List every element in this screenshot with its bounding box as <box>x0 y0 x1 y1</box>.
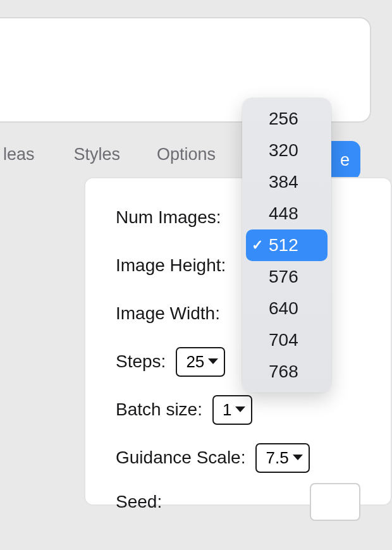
dropdown-item-320[interactable]: 320 <box>246 135 328 166</box>
tab-styles[interactable]: Styles <box>68 136 127 173</box>
tabs-row: leas Styles Options e <box>0 135 392 174</box>
chevron-down-icon <box>292 454 303 461</box>
dropdown-item-256[interactable]: 256 <box>246 103 328 135</box>
guidance-scale-label: Guidance Scale: <box>116 448 245 468</box>
dropdown-item-640[interactable]: 640 <box>246 293 328 324</box>
chevron-down-icon <box>235 406 246 413</box>
dropdown-item-768[interactable]: 768 <box>246 356 328 388</box>
dropdown-item-label: 448 <box>269 204 298 223</box>
dropdown-item-label: 384 <box>269 172 298 192</box>
dropdown-item-448[interactable]: 448 <box>246 198 328 229</box>
check-icon: ✓ <box>252 237 263 254</box>
image-height-dropdown: 256320384448✓512576640704768 <box>242 98 331 393</box>
guidance-scale-row: Guidance Scale: 7.5 <box>116 443 360 473</box>
dropdown-item-label: 704 <box>269 330 298 350</box>
batch-size-row: Batch size: 1 <box>116 394 360 425</box>
seed-row: Seed: <box>116 487 360 517</box>
dropdown-item-label: 576 <box>269 267 298 286</box>
dropdown-item-label: 768 <box>269 362 298 381</box>
dropdown-item-label: 256 <box>269 109 298 128</box>
image-height-label: Image Height: <box>116 255 226 276</box>
options-panel: Num Images: Image Height: Image Width: S… <box>84 177 392 506</box>
guidance-scale-value: 7.5 <box>266 448 288 468</box>
image-width-label: Image Width: <box>116 303 220 324</box>
seed-input[interactable] <box>310 483 360 521</box>
tab-ideas[interactable]: leas <box>0 136 41 173</box>
batch-size-value: 1 <box>223 400 231 420</box>
dropdown-item-label: 320 <box>269 140 298 160</box>
guidance-scale-select[interactable]: 7.5 <box>255 443 309 473</box>
dropdown-item-704[interactable]: 704 <box>246 324 328 356</box>
steps-select[interactable]: 25 <box>176 347 225 377</box>
steps-label: Steps: <box>116 351 166 372</box>
batch-size-label: Batch size: <box>116 400 202 420</box>
tab-options[interactable]: Options <box>150 136 222 173</box>
dropdown-item-label: 512 <box>269 235 298 255</box>
num-images-label: Num Images: <box>116 207 221 228</box>
dropdown-item-512[interactable]: ✓512 <box>246 229 328 261</box>
seed-label: Seed: <box>116 492 162 512</box>
generate-button-label: e <box>340 150 350 170</box>
chevron-down-icon <box>207 358 219 365</box>
dropdown-item-label: 640 <box>269 298 298 318</box>
dropdown-item-576[interactable]: 576 <box>246 261 328 293</box>
dropdown-item-384[interactable]: 384 <box>246 166 328 198</box>
steps-value: 25 <box>186 352 204 372</box>
batch-size-select[interactable]: 1 <box>212 395 252 425</box>
